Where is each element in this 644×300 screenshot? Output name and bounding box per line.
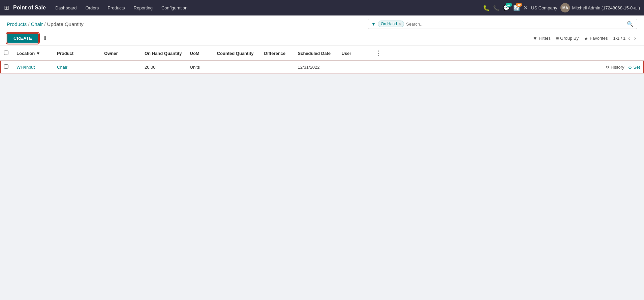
pagination-text: 1-1 / 1 bbox=[613, 36, 625, 41]
row-checkbox-cell bbox=[0, 61, 12, 73]
header-user[interactable]: User bbox=[338, 46, 371, 61]
row-user bbox=[338, 61, 371, 73]
company-label: US Company bbox=[531, 5, 557, 10]
row-owner bbox=[100, 61, 141, 73]
favorites-label: Favorites bbox=[590, 36, 608, 41]
user-name: Mitchell Admin (17248068-15-0-all) bbox=[572, 5, 640, 10]
nav-dashboard[interactable]: Dashboard bbox=[51, 3, 81, 12]
set-icon: ⊙ bbox=[628, 65, 632, 70]
breadcrumb-sep1: / bbox=[28, 21, 29, 27]
search-container: ▼ On Hand × 🔍 bbox=[368, 19, 637, 29]
breadcrumb-chair[interactable]: Chair bbox=[31, 21, 43, 27]
nav-products[interactable]: Products bbox=[103, 3, 129, 12]
pagination: 1-1 / 1 ‹ › bbox=[613, 35, 637, 42]
header-product[interactable]: Product bbox=[53, 46, 100, 61]
filter-icon: ▼ bbox=[371, 22, 376, 27]
nav-menu: Dashboard Orders Products Reporting Conf… bbox=[51, 3, 480, 12]
search-icon[interactable]: 🔍 bbox=[627, 21, 634, 27]
breadcrumb-sep2: / bbox=[44, 21, 45, 27]
breadcrumb-products[interactable]: Products bbox=[7, 21, 27, 27]
nav-orders[interactable]: Orders bbox=[82, 3, 103, 12]
user-profile[interactable]: MA Mitchell Admin (17248068-15-0-all) bbox=[560, 3, 640, 12]
history-button[interactable]: ↺ History bbox=[606, 65, 624, 70]
set-button[interactable]: ⊙ Set bbox=[628, 65, 640, 70]
chat-badge: 17 bbox=[506, 3, 512, 7]
pagination-next[interactable]: › bbox=[633, 35, 637, 42]
updates-badge: 30 bbox=[516, 3, 522, 7]
grid-icon[interactable]: ⊞ bbox=[4, 4, 9, 11]
updates-icon[interactable]: 🔄 30 bbox=[513, 5, 520, 11]
row-product[interactable]: Chair bbox=[53, 61, 100, 73]
filters-action[interactable]: ▼ Filters bbox=[533, 36, 551, 41]
row-location[interactable]: WH/Input bbox=[12, 61, 53, 73]
row-on-hand-quantity: 20.00 bbox=[141, 61, 186, 73]
set-label: Set bbox=[633, 65, 640, 70]
history-label: History bbox=[611, 65, 624, 70]
table-container: Location ▼ Product Owner On Hand Quantit… bbox=[0, 46, 644, 73]
nav-right: 🐛 📞 💬 17 🔄 30 ✕ US Company MA Mitchell A… bbox=[483, 3, 640, 12]
search-input[interactable] bbox=[406, 22, 625, 27]
row-counted-quantity[interactable] bbox=[213, 61, 260, 73]
header-checkbox-col bbox=[0, 46, 12, 61]
table-row: WH/Input Chair 20.00 Units 12/31/2022 ↺ … bbox=[0, 61, 644, 73]
create-button[interactable]: CREATE bbox=[7, 33, 39, 43]
page-top-section: Products / Chair / Update Quantity ▼ On … bbox=[0, 15, 644, 46]
group-by-action[interactable]: ≡ Group By bbox=[556, 36, 579, 41]
group-icon: ≡ bbox=[556, 36, 559, 41]
row-difference bbox=[260, 61, 294, 73]
download-icon[interactable]: ⬇ bbox=[41, 34, 49, 43]
inventory-table: Location ▼ Product Owner On Hand Quantit… bbox=[0, 46, 644, 73]
user-avatar: MA bbox=[560, 3, 570, 12]
top-navigation: ⊞ Point of Sale Dashboard Orders Product… bbox=[0, 0, 644, 15]
row-actions: ↺ History ⊙ Set bbox=[375, 65, 640, 70]
row-checkbox[interactable] bbox=[4, 64, 8, 69]
pagination-prev[interactable]: ‹ bbox=[627, 35, 631, 42]
app-brand: Point of Sale bbox=[13, 5, 46, 11]
toolbar-right: ▼ Filters ≡ Group By ★ Favorites 1-1 / 1… bbox=[533, 35, 637, 42]
breadcrumb: Products / Chair / Update Quantity bbox=[7, 21, 84, 27]
history-icon: ↺ bbox=[606, 65, 609, 70]
favorites-action[interactable]: ★ Favorites bbox=[584, 36, 608, 41]
filter-funnel-icon: ▼ bbox=[533, 36, 538, 41]
header-difference[interactable]: Difference bbox=[260, 46, 294, 61]
actions-row: CREATE ⬇ ▼ Filters ≡ Group By ★ Favorite… bbox=[0, 31, 644, 46]
filter-tag-remove[interactable]: × bbox=[398, 22, 401, 26]
nav-reporting[interactable]: Reporting bbox=[130, 3, 157, 12]
header-uom[interactable]: UoM bbox=[186, 46, 213, 61]
header-scheduled-date[interactable]: Scheduled Date bbox=[294, 46, 338, 61]
more-options-icon[interactable]: ⋮ bbox=[375, 50, 381, 57]
location-sort-icon: ▼ bbox=[36, 51, 40, 56]
close-icon[interactable]: ✕ bbox=[523, 5, 528, 11]
chat-icon[interactable]: 💬 17 bbox=[503, 5, 510, 11]
row-actions-cell: ↺ History ⊙ Set bbox=[371, 61, 644, 73]
header-on-hand-quantity[interactable]: On Hand Quantity bbox=[141, 46, 186, 61]
header-counted-quantity[interactable]: Counted Quantity bbox=[213, 46, 260, 61]
select-all-checkbox[interactable] bbox=[4, 51, 8, 55]
nav-configuration[interactable]: Configuration bbox=[157, 3, 191, 12]
breadcrumb-current: Update Quantity bbox=[47, 21, 83, 27]
filters-label: Filters bbox=[539, 36, 551, 41]
table-header-row: Location ▼ Product Owner On Hand Quantit… bbox=[0, 46, 644, 61]
row-scheduled-date: 12/31/2022 bbox=[294, 61, 338, 73]
filter-tag-onhand: On Hand × bbox=[378, 21, 404, 27]
bug-icon[interactable]: 🐛 bbox=[483, 5, 490, 11]
header-owner[interactable]: Owner bbox=[100, 46, 141, 61]
star-icon: ★ bbox=[584, 36, 588, 41]
header-location[interactable]: Location ▼ bbox=[12, 46, 53, 61]
header-actions-col: ⋮ bbox=[371, 46, 644, 61]
group-by-label: Group By bbox=[560, 36, 579, 41]
row-uom: Units bbox=[186, 61, 213, 73]
phone-icon[interactable]: 📞 bbox=[493, 5, 500, 11]
header-row: Products / Chair / Update Quantity ▼ On … bbox=[0, 15, 644, 31]
filter-tag-label: On Hand bbox=[381, 22, 397, 26]
